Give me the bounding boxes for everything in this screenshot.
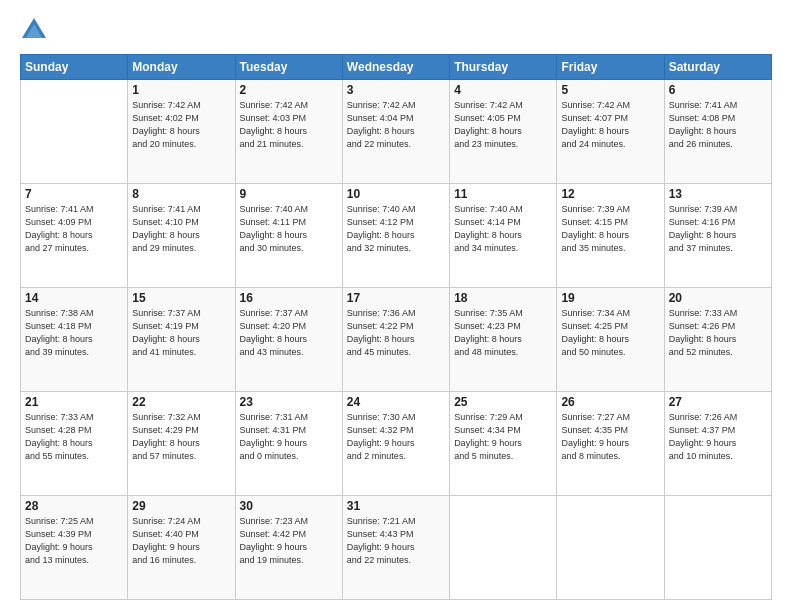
day-info: Sunrise: 7:33 AM Sunset: 4:26 PM Dayligh… [669, 307, 767, 359]
calendar-cell: 29Sunrise: 7:24 AM Sunset: 4:40 PM Dayli… [128, 496, 235, 600]
day-number: 31 [347, 499, 445, 513]
day-number: 25 [454, 395, 552, 409]
calendar-cell: 11Sunrise: 7:40 AM Sunset: 4:14 PM Dayli… [450, 184, 557, 288]
calendar-cell: 13Sunrise: 7:39 AM Sunset: 4:16 PM Dayli… [664, 184, 771, 288]
day-number: 14 [25, 291, 123, 305]
col-header-friday: Friday [557, 55, 664, 80]
col-header-thursday: Thursday [450, 55, 557, 80]
day-info: Sunrise: 7:30 AM Sunset: 4:32 PM Dayligh… [347, 411, 445, 463]
day-number: 17 [347, 291, 445, 305]
logo [20, 16, 52, 44]
day-info: Sunrise: 7:40 AM Sunset: 4:11 PM Dayligh… [240, 203, 338, 255]
calendar-cell: 10Sunrise: 7:40 AM Sunset: 4:12 PM Dayli… [342, 184, 449, 288]
day-number: 11 [454, 187, 552, 201]
calendar-cell: 14Sunrise: 7:38 AM Sunset: 4:18 PM Dayli… [21, 288, 128, 392]
day-info: Sunrise: 7:40 AM Sunset: 4:12 PM Dayligh… [347, 203, 445, 255]
col-header-wednesday: Wednesday [342, 55, 449, 80]
day-number: 30 [240, 499, 338, 513]
calendar-cell: 30Sunrise: 7:23 AM Sunset: 4:42 PM Dayli… [235, 496, 342, 600]
day-info: Sunrise: 7:36 AM Sunset: 4:22 PM Dayligh… [347, 307, 445, 359]
day-number: 16 [240, 291, 338, 305]
day-number: 29 [132, 499, 230, 513]
calendar-week-row: 1Sunrise: 7:42 AM Sunset: 4:02 PM Daylig… [21, 80, 772, 184]
calendar-cell: 15Sunrise: 7:37 AM Sunset: 4:19 PM Dayli… [128, 288, 235, 392]
calendar-cell: 26Sunrise: 7:27 AM Sunset: 4:35 PM Dayli… [557, 392, 664, 496]
day-info: Sunrise: 7:37 AM Sunset: 4:20 PM Dayligh… [240, 307, 338, 359]
calendar-cell: 16Sunrise: 7:37 AM Sunset: 4:20 PM Dayli… [235, 288, 342, 392]
day-info: Sunrise: 7:24 AM Sunset: 4:40 PM Dayligh… [132, 515, 230, 567]
calendar-cell: 20Sunrise: 7:33 AM Sunset: 4:26 PM Dayli… [664, 288, 771, 392]
col-header-tuesday: Tuesday [235, 55, 342, 80]
day-number: 13 [669, 187, 767, 201]
day-info: Sunrise: 7:41 AM Sunset: 4:09 PM Dayligh… [25, 203, 123, 255]
day-number: 26 [561, 395, 659, 409]
day-info: Sunrise: 7:37 AM Sunset: 4:19 PM Dayligh… [132, 307, 230, 359]
day-number: 19 [561, 291, 659, 305]
day-info: Sunrise: 7:26 AM Sunset: 4:37 PM Dayligh… [669, 411, 767, 463]
calendar-cell [21, 80, 128, 184]
calendar-week-row: 28Sunrise: 7:25 AM Sunset: 4:39 PM Dayli… [21, 496, 772, 600]
day-number: 10 [347, 187, 445, 201]
calendar-cell: 6Sunrise: 7:41 AM Sunset: 4:08 PM Daylig… [664, 80, 771, 184]
day-number: 18 [454, 291, 552, 305]
calendar-cell: 18Sunrise: 7:35 AM Sunset: 4:23 PM Dayli… [450, 288, 557, 392]
day-number: 8 [132, 187, 230, 201]
calendar-cell: 17Sunrise: 7:36 AM Sunset: 4:22 PM Dayli… [342, 288, 449, 392]
day-info: Sunrise: 7:40 AM Sunset: 4:14 PM Dayligh… [454, 203, 552, 255]
day-number: 21 [25, 395, 123, 409]
day-info: Sunrise: 7:41 AM Sunset: 4:10 PM Dayligh… [132, 203, 230, 255]
day-info: Sunrise: 7:42 AM Sunset: 4:02 PM Dayligh… [132, 99, 230, 151]
day-info: Sunrise: 7:29 AM Sunset: 4:34 PM Dayligh… [454, 411, 552, 463]
col-header-saturday: Saturday [664, 55, 771, 80]
day-info: Sunrise: 7:35 AM Sunset: 4:23 PM Dayligh… [454, 307, 552, 359]
day-number: 20 [669, 291, 767, 305]
calendar-cell [664, 496, 771, 600]
day-number: 9 [240, 187, 338, 201]
day-number: 12 [561, 187, 659, 201]
calendar-cell: 22Sunrise: 7:32 AM Sunset: 4:29 PM Dayli… [128, 392, 235, 496]
day-number: 28 [25, 499, 123, 513]
day-info: Sunrise: 7:38 AM Sunset: 4:18 PM Dayligh… [25, 307, 123, 359]
day-number: 15 [132, 291, 230, 305]
day-info: Sunrise: 7:42 AM Sunset: 4:03 PM Dayligh… [240, 99, 338, 151]
calendar-cell: 19Sunrise: 7:34 AM Sunset: 4:25 PM Dayli… [557, 288, 664, 392]
day-info: Sunrise: 7:42 AM Sunset: 4:05 PM Dayligh… [454, 99, 552, 151]
calendar-cell: 28Sunrise: 7:25 AM Sunset: 4:39 PM Dayli… [21, 496, 128, 600]
calendar-cell: 12Sunrise: 7:39 AM Sunset: 4:15 PM Dayli… [557, 184, 664, 288]
day-info: Sunrise: 7:41 AM Sunset: 4:08 PM Dayligh… [669, 99, 767, 151]
day-info: Sunrise: 7:32 AM Sunset: 4:29 PM Dayligh… [132, 411, 230, 463]
calendar-cell: 27Sunrise: 7:26 AM Sunset: 4:37 PM Dayli… [664, 392, 771, 496]
day-number: 2 [240, 83, 338, 97]
calendar-week-row: 21Sunrise: 7:33 AM Sunset: 4:28 PM Dayli… [21, 392, 772, 496]
day-info: Sunrise: 7:42 AM Sunset: 4:07 PM Dayligh… [561, 99, 659, 151]
day-info: Sunrise: 7:33 AM Sunset: 4:28 PM Dayligh… [25, 411, 123, 463]
calendar-cell: 8Sunrise: 7:41 AM Sunset: 4:10 PM Daylig… [128, 184, 235, 288]
calendar-cell: 24Sunrise: 7:30 AM Sunset: 4:32 PM Dayli… [342, 392, 449, 496]
day-number: 5 [561, 83, 659, 97]
calendar-cell [557, 496, 664, 600]
day-info: Sunrise: 7:39 AM Sunset: 4:15 PM Dayligh… [561, 203, 659, 255]
page: SundayMondayTuesdayWednesdayThursdayFrid… [0, 0, 792, 612]
day-number: 3 [347, 83, 445, 97]
day-info: Sunrise: 7:34 AM Sunset: 4:25 PM Dayligh… [561, 307, 659, 359]
calendar-cell: 7Sunrise: 7:41 AM Sunset: 4:09 PM Daylig… [21, 184, 128, 288]
day-number: 1 [132, 83, 230, 97]
day-info: Sunrise: 7:39 AM Sunset: 4:16 PM Dayligh… [669, 203, 767, 255]
day-number: 6 [669, 83, 767, 97]
day-info: Sunrise: 7:27 AM Sunset: 4:35 PM Dayligh… [561, 411, 659, 463]
calendar-table: SundayMondayTuesdayWednesdayThursdayFrid… [20, 54, 772, 600]
calendar-cell: 21Sunrise: 7:33 AM Sunset: 4:28 PM Dayli… [21, 392, 128, 496]
calendar-week-row: 14Sunrise: 7:38 AM Sunset: 4:18 PM Dayli… [21, 288, 772, 392]
day-number: 24 [347, 395, 445, 409]
calendar-cell: 31Sunrise: 7:21 AM Sunset: 4:43 PM Dayli… [342, 496, 449, 600]
calendar-cell: 25Sunrise: 7:29 AM Sunset: 4:34 PM Dayli… [450, 392, 557, 496]
day-info: Sunrise: 7:25 AM Sunset: 4:39 PM Dayligh… [25, 515, 123, 567]
day-number: 22 [132, 395, 230, 409]
day-number: 27 [669, 395, 767, 409]
calendar-header-row: SundayMondayTuesdayWednesdayThursdayFrid… [21, 55, 772, 80]
col-header-monday: Monday [128, 55, 235, 80]
day-number: 7 [25, 187, 123, 201]
calendar-cell: 2Sunrise: 7:42 AM Sunset: 4:03 PM Daylig… [235, 80, 342, 184]
day-info: Sunrise: 7:21 AM Sunset: 4:43 PM Dayligh… [347, 515, 445, 567]
day-info: Sunrise: 7:42 AM Sunset: 4:04 PM Dayligh… [347, 99, 445, 151]
